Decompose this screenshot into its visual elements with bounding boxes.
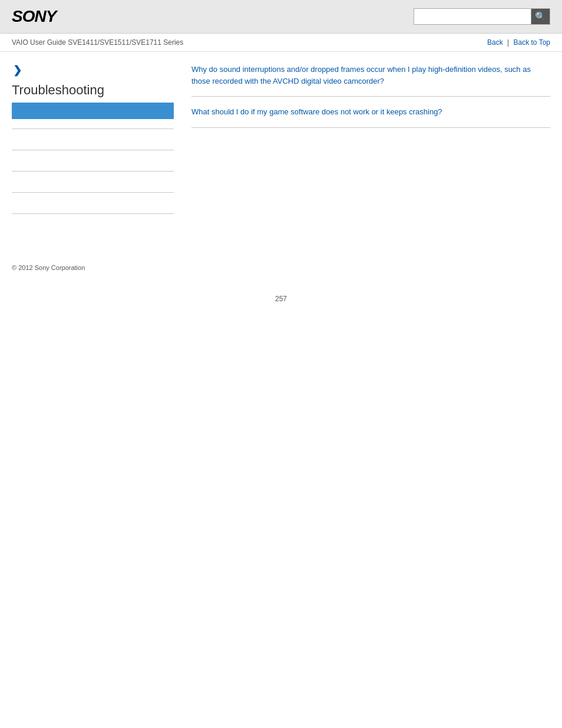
header: SONY 🔍 bbox=[0, 0, 562, 34]
sidebar-link-4[interactable] bbox=[12, 199, 14, 207]
back-to-top-link[interactable]: Back to Top bbox=[514, 38, 550, 47]
list-item bbox=[12, 192, 174, 213]
content-area: Why do sound interruptions and/or droppe… bbox=[186, 64, 550, 235]
back-link[interactable]: Back bbox=[487, 38, 503, 47]
sidebar-link-2[interactable] bbox=[12, 157, 14, 165]
content-link-1[interactable]: Why do sound interruptions and/or droppe… bbox=[191, 64, 550, 87]
search-area: 🔍 bbox=[414, 8, 550, 25]
footer: © 2012 Sony Corporation bbox=[0, 246, 562, 283]
navbar: VAIO User Guide SVE1411/SVE1511/SVE1711 … bbox=[0, 34, 562, 52]
sidebar-link-3[interactable] bbox=[12, 178, 14, 186]
guide-title: VAIO User Guide SVE1411/SVE1511/SVE1711 … bbox=[12, 38, 183, 47]
content-divider-2 bbox=[191, 127, 550, 128]
sidebar-link-1[interactable] bbox=[12, 136, 14, 144]
sidebar-link-5[interactable] bbox=[12, 220, 14, 229]
content-section-1: Why do sound interruptions and/or droppe… bbox=[191, 64, 550, 87]
list-item bbox=[12, 171, 174, 192]
search-input[interactable] bbox=[414, 8, 531, 25]
nav-separator: | bbox=[507, 38, 509, 47]
sony-logo: SONY bbox=[12, 7, 56, 26]
sidebar: ❯ Troubleshooting bbox=[12, 64, 186, 235]
breadcrumb-chevron: ❯ bbox=[12, 64, 174, 77]
list-item bbox=[12, 213, 174, 235]
content-divider-1 bbox=[191, 96, 550, 97]
nav-links: Back | Back to Top bbox=[487, 38, 550, 47]
sidebar-title: Troubleshooting bbox=[12, 83, 174, 98]
sidebar-highlight bbox=[12, 103, 174, 119]
search-icon: 🔍 bbox=[535, 11, 546, 22]
content-link-2[interactable]: What should I do if my game software doe… bbox=[191, 106, 550, 118]
search-button[interactable]: 🔍 bbox=[531, 8, 550, 25]
sidebar-links bbox=[12, 129, 174, 235]
list-item bbox=[12, 129, 174, 150]
copyright: © 2012 Sony Corporation bbox=[12, 264, 550, 271]
main-content: ❯ Troubleshooting Why do sound interrupt bbox=[0, 52, 562, 246]
page-number: 257 bbox=[0, 283, 562, 315]
content-section-2: What should I do if my game software doe… bbox=[191, 106, 550, 118]
list-item bbox=[12, 150, 174, 171]
